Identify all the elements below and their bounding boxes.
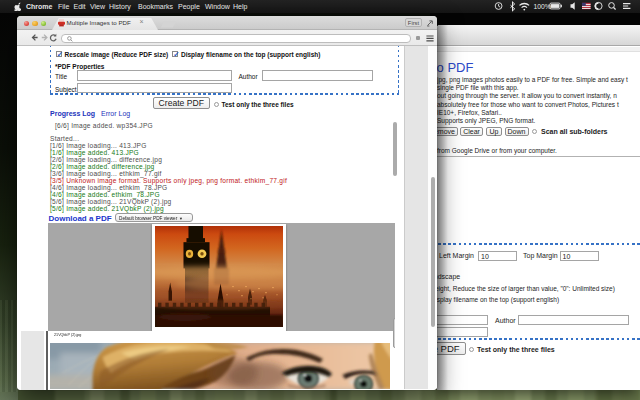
svg-text:100%: 100% [534,3,551,10]
